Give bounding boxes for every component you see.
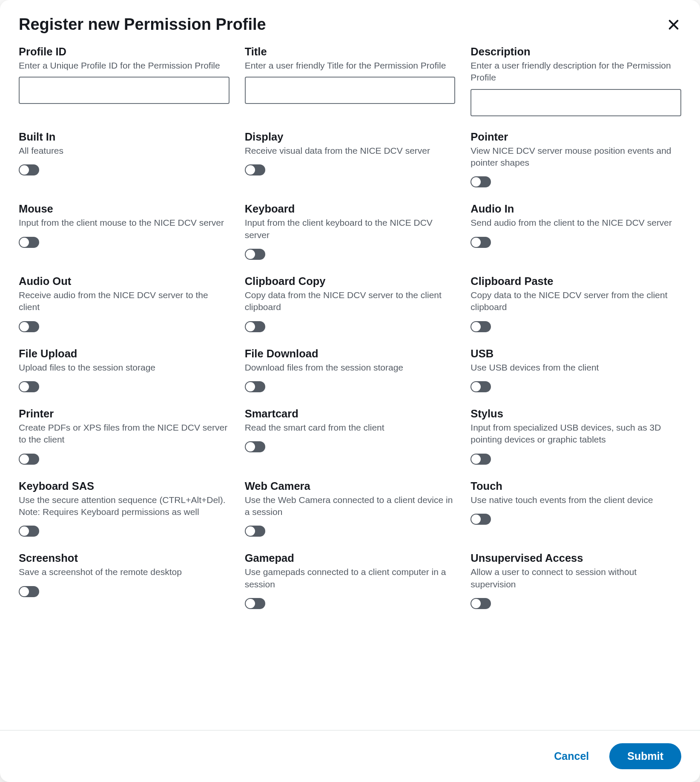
field-profile-id: Profile IDEnter a Unique Profile ID for … [19,46,230,116]
usb-label: USB [470,348,681,360]
toggle-knob-icon [246,526,255,536]
feature-stylus: StylusInput from specialized USB devices… [470,408,681,465]
toggle-knob-icon [246,165,255,175]
feature-mouse: MouseInput from the client mouse to the … [19,203,230,260]
description-label: Description [470,46,681,58]
gamepad-toggle[interactable] [245,598,265,609]
usb-help: Use USB devices from the client [470,362,681,374]
title-input[interactable] [245,77,456,104]
field-title: TitleEnter a user friendly Title for the… [245,46,456,116]
feature-screenshot: ScreenshotSave a screenshot of the remot… [19,552,230,609]
toggle-knob-icon [20,526,29,536]
screenshot-help: Save a screenshot of the remote desktop [19,566,230,578]
title-label: Title [245,46,456,58]
built-in-label: Built In [19,131,230,143]
feature-keyboard-sas: Keyboard SASUse the secure attention seq… [19,480,230,537]
toggle-knob-icon [471,177,481,187]
submit-button[interactable]: Submit [609,743,681,769]
field-description: DescriptionEnter a user friendly descrip… [470,46,681,116]
built-in-help: All features [19,145,230,157]
stylus-help: Input from specialized USB devices, such… [470,422,681,446]
feature-clipboard-paste: Clipboard PasteCopy data to the NICE DCV… [470,275,681,332]
web-camera-help: Use the Web Camera connected to a client… [245,494,456,518]
dialog-title: Register new Permission Profile [19,15,266,34]
profile-id-label: Profile ID [19,46,230,58]
toggle-knob-icon [471,454,481,464]
web-camera-toggle[interactable] [245,526,265,537]
cancel-button[interactable]: Cancel [545,744,597,768]
smartcard-toggle[interactable] [245,441,265,452]
stylus-toggle[interactable] [470,454,491,465]
feature-file-upload: File UploadUpload files to the session s… [19,348,230,392]
title-help: Enter a user friendly Title for the Perm… [245,60,456,72]
audio-out-label: Audio Out [19,275,230,288]
pointer-label: Pointer [470,131,681,143]
stylus-label: Stylus [470,408,681,420]
dialog-footer: Cancel Submit [0,730,700,782]
printer-label: Printer [19,408,230,420]
mouse-label: Mouse [19,203,230,215]
screenshot-toggle[interactable] [19,586,39,597]
audio-in-toggle[interactable] [470,237,491,248]
text-fields-row: Profile IDEnter a Unique Profile ID for … [19,46,681,116]
clipboard-paste-toggle[interactable] [470,321,491,332]
clipboard-paste-help: Copy data to the NICE DCV server from th… [470,289,681,313]
toggle-knob-icon [246,250,255,259]
audio-out-help: Receive audio from the NICE DCV server t… [19,289,230,313]
feature-file-download: File DownloadDownload files from the ses… [245,348,456,392]
keyboard-sas-toggle[interactable] [19,526,39,537]
dialog-header: Register new Permission Profile [0,0,700,46]
web-camera-label: Web Camera [245,480,456,492]
toggle-knob-icon [20,382,29,391]
unsupervised-access-toggle[interactable] [470,598,491,609]
clipboard-copy-help: Copy data from the NICE DCV server to th… [245,289,456,313]
mouse-help: Input from the client mouse to the NICE … [19,217,230,229]
feature-unsupervised-access: Unsupervised AccessAllow a user to conne… [470,552,681,609]
toggle-knob-icon [471,322,481,331]
file-upload-toggle[interactable] [19,381,39,392]
toggle-knob-icon [246,442,255,451]
close-icon [667,18,680,32]
clipboard-copy-toggle[interactable] [245,321,265,332]
pointer-toggle[interactable] [470,176,491,187]
built-in-toggle[interactable] [19,164,39,175]
pointer-help: View NICE DCV server mouse position even… [470,145,681,169]
file-download-label: File Download [245,348,456,360]
keyboard-sas-label: Keyboard SAS [19,480,230,492]
feature-display: DisplayReceive visual data from the NICE… [245,131,456,188]
feature-touch: TouchUse native touch events from the cl… [470,480,681,537]
close-button[interactable] [666,17,681,32]
display-help: Receive visual data from the NICE DCV se… [245,145,456,157]
clipboard-paste-label: Clipboard Paste [470,275,681,288]
feature-clipboard-copy: Clipboard CopyCopy data from the NICE DC… [245,275,456,332]
toggle-knob-icon [20,587,29,596]
gamepad-help: Use gamepads connected to a client compu… [245,566,456,590]
display-toggle[interactable] [245,164,265,175]
feature-audio-in: Audio InSend audio from the client to th… [470,203,681,260]
printer-toggle[interactable] [19,454,39,465]
keyboard-sas-help: Use the secure attention sequence (CTRL+… [19,494,230,518]
audio-out-toggle[interactable] [19,321,39,332]
toggle-knob-icon [20,238,29,247]
description-input[interactable] [470,89,681,116]
profile-id-help: Enter a Unique Profile ID for the Permis… [19,60,230,72]
features-grid: Built InAll featuresDisplayReceive visua… [19,131,681,609]
file-download-toggle[interactable] [245,381,265,392]
audio-in-label: Audio In [470,203,681,215]
toggle-knob-icon [20,454,29,464]
mouse-toggle[interactable] [19,237,39,248]
feature-printer: PrinterCreate PDFs or XPS files from the… [19,408,230,465]
keyboard-toggle[interactable] [245,249,265,260]
toggle-knob-icon [20,322,29,331]
profile-id-input[interactable] [19,77,230,104]
feature-audio-out: Audio OutReceive audio from the NICE DCV… [19,275,230,332]
dialog-body: Profile IDEnter a Unique Profile ID for … [0,46,700,730]
touch-toggle[interactable] [470,514,491,525]
toggle-knob-icon [246,599,255,608]
unsupervised-access-help: Allow a user to connect to session witho… [470,566,681,590]
audio-in-help: Send audio from the client to the NICE D… [470,217,681,229]
keyboard-label: Keyboard [245,203,456,215]
feature-gamepad: GamepadUse gamepads connected to a clien… [245,552,456,609]
file-download-help: Download files from the session storage [245,362,456,374]
usb-toggle[interactable] [470,381,491,392]
